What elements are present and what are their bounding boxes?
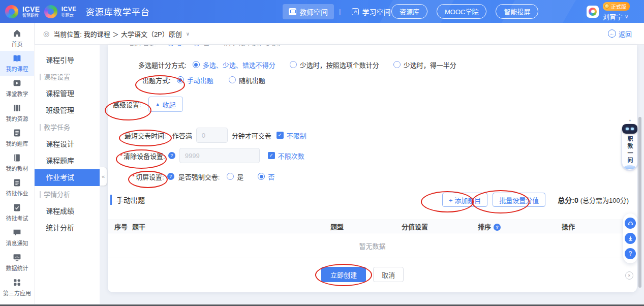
rail-item-messages[interactable]: 消息通知 bbox=[0, 225, 34, 250]
radio-selected-icon bbox=[258, 173, 265, 180]
multi-scoring-label: 多选题计分方式: bbox=[138, 60, 187, 70]
message-icon bbox=[13, 228, 21, 237]
menu-item-course-question-bank[interactable]: 课程题库 bbox=[35, 152, 100, 169]
learning-space-icon bbox=[352, 8, 359, 15]
app-header: ICVE 智慧职教 ICVE 职教云 资源库教学平台 教师空间 | 学习空间 资… bbox=[0, 0, 644, 23]
rail-item-third-party-apps[interactable]: 第三方应用 bbox=[0, 275, 34, 300]
no-count-limit-label[interactable]: 不限次数 bbox=[278, 151, 304, 161]
course-side-menu: 课程引导 课程设置 课程管理 班级管理 教学任务 课程设计 课程题库 作业考试 … bbox=[35, 45, 100, 304]
user-avatar[interactable] bbox=[587, 6, 599, 18]
home-icon bbox=[13, 29, 21, 38]
menu-item-statistical-analysis[interactable]: 统计分析 bbox=[35, 220, 100, 236]
breadcrumb-bar: ◎ 当前位置: 我的课程 ＞ 大学语文（2P）原创 ∨ ← 返回 bbox=[35, 23, 644, 45]
min-submit-suffix: 分钟才可交卷 bbox=[232, 131, 271, 140]
breadcrumb-course[interactable]: 大学语文（2P）原创 bbox=[121, 29, 182, 39]
no-limit-label[interactable]: 不限制 bbox=[287, 131, 306, 140]
menu-collapse-handle[interactable]: « bbox=[100, 167, 107, 186]
left-icon-rail: 首页 我的课程 课堂教学 我的资源 我的题库 我的教材 待批作业 待批考试 bbox=[0, 23, 35, 304]
teacher-space-icon bbox=[289, 8, 296, 15]
menu-item-homework-exam[interactable]: 作业考试 bbox=[35, 169, 100, 186]
apps-grid-icon bbox=[13, 278, 21, 287]
dock-close-button[interactable]: × bbox=[625, 271, 633, 280]
help-question-icon[interactable]: ? bbox=[167, 173, 174, 180]
row-option-shuffle-clipped: 乱序答题: 是 否 （注：限单选、多选） bbox=[130, 45, 285, 47]
course-dropdown-caret[interactable]: ∨ bbox=[186, 31, 190, 37]
back-button[interactable]: ← 返回 bbox=[608, 29, 632, 39]
question-table-header: 序号 题干 题型 分值设置 排序 ? 操作 bbox=[108, 220, 637, 233]
customer-service-icon[interactable] bbox=[625, 218, 636, 229]
device-clear-label: 清除设备设置: bbox=[124, 151, 165, 161]
download-icon[interactable] bbox=[625, 233, 636, 244]
shuffle-label: 乱序答题: bbox=[130, 45, 158, 47]
statistics-icon bbox=[13, 253, 21, 262]
no-count-limit-checkbox-checked[interactable]: ✓ bbox=[268, 152, 275, 159]
rail-item-data-statistics[interactable]: 数据统计 bbox=[0, 250, 34, 275]
table-empty-state: 暂无数据 bbox=[108, 233, 637, 258]
breadcrumb-section[interactable]: 我的课程 bbox=[84, 29, 110, 39]
menu-item-class-management[interactable]: 班级管理 bbox=[35, 102, 100, 119]
menu-item-course-grades[interactable]: 课程成绩 bbox=[35, 203, 100, 220]
rail-item-pending-exams[interactable]: 待批考试 bbox=[0, 200, 34, 225]
scrollbar-thumb[interactable] bbox=[638, 117, 641, 288]
learning-space-label: 学习空间 bbox=[362, 7, 390, 17]
rail-item-my-courses[interactable]: 我的课程 bbox=[0, 51, 34, 76]
breadcrumb-prefix: 当前位置: bbox=[53, 29, 82, 39]
shuffle-option-yes[interactable]: 是 bbox=[167, 45, 184, 47]
required-asterisk: * bbox=[132, 173, 135, 180]
row-question-mode: 出题方式: 手动出题 随机出题 bbox=[142, 74, 265, 85]
location-pin-icon: ◎ bbox=[43, 29, 49, 38]
mode-option-random[interactable]: 随机出题 bbox=[229, 75, 265, 85]
tab-learning-space[interactable]: 学习空间 bbox=[346, 4, 396, 19]
exam-create-form-card: 乱序答题: 是 否 （注：限单选、多选） 多选题计分方式: 多选、少选、错选不得… bbox=[108, 45, 637, 292]
menu-item-course-guide[interactable]: 课程引导 bbox=[35, 52, 100, 69]
row-advanced-settings: 高级设置: ▲ 收起 bbox=[113, 97, 183, 112]
sort-help-icon[interactable]: ? bbox=[494, 224, 501, 231]
radio-selected-icon bbox=[167, 45, 174, 46]
rail-item-my-textbooks[interactable]: 我的教材 bbox=[0, 150, 34, 175]
device-clear-input[interactable] bbox=[179, 148, 260, 163]
scoring-option-2[interactable]: 少选时，得一半分 bbox=[393, 60, 456, 70]
scoring-option-0[interactable]: 多选、少选、错选不得分 bbox=[193, 60, 275, 70]
no-limit-checkbox-checked[interactable]: ✓ bbox=[277, 132, 284, 139]
help-question-icon[interactable]: ? bbox=[168, 152, 175, 159]
open-book-icon bbox=[13, 54, 21, 63]
rail-item-my-question-bank[interactable]: 我的题库 bbox=[0, 126, 34, 150]
menu-item-course-management[interactable]: 课程管理 bbox=[35, 85, 100, 102]
help-icon[interactable]: ? bbox=[625, 248, 636, 259]
col-index: 序号 bbox=[114, 220, 128, 234]
scoring-option-1[interactable]: 少选时，按照选项个数计分 bbox=[290, 60, 379, 70]
exam-icon bbox=[13, 203, 21, 212]
col-score: 分值设置 bbox=[402, 220, 428, 234]
menu-section-teaching-tasks: 教学任务 bbox=[35, 119, 100, 136]
add-question-button[interactable]: + 添加题目 bbox=[442, 193, 487, 207]
logo1-sub: 智慧职教 bbox=[22, 14, 40, 18]
screen-switch-label: 切屏设置: bbox=[136, 172, 164, 181]
tab-teacher-space[interactable]: 教师空间 bbox=[283, 4, 334, 19]
batch-score-button[interactable]: 批量设置分值 bbox=[493, 193, 545, 207]
mooc-college-button[interactable]: MOOC学院 bbox=[437, 4, 486, 19]
force-submit-no[interactable]: 否 bbox=[258, 172, 274, 181]
rail-item-home[interactable]: 首页 bbox=[0, 26, 34, 51]
force-submit-yes[interactable]: 是 bbox=[227, 172, 243, 181]
wave-decor bbox=[624, 165, 635, 169]
user-menu[interactable]: 刘宵宁 ∨ bbox=[603, 12, 628, 21]
ai-assistant-widget[interactable]: 职教一问 bbox=[622, 125, 637, 170]
menu-item-course-design[interactable]: 课程设计 bbox=[35, 136, 100, 152]
textbook-icon bbox=[13, 154, 21, 162]
mode-option-manual[interactable]: 手动出题 bbox=[177, 75, 213, 85]
create-now-button[interactable]: 立即创建 bbox=[321, 267, 366, 282]
min-submit-prefix: 作答满 bbox=[172, 131, 192, 140]
cancel-button[interactable]: 取消 bbox=[373, 267, 404, 282]
collapse-advanced-button[interactable]: ▲ 收起 bbox=[148, 97, 183, 112]
smart-cast-button[interactable]: 智能投屏 bbox=[496, 4, 538, 19]
rail-item-my-resources[interactable]: 我的资源 bbox=[0, 101, 34, 126]
resource-library-button[interactable]: 资源库 bbox=[391, 4, 427, 19]
rail-item-pending-homework[interactable]: 待批作业 bbox=[0, 175, 34, 200]
min-submit-minutes-input[interactable] bbox=[196, 128, 228, 143]
robot-icon bbox=[622, 124, 637, 134]
menu-section-learning-analysis: 学情分析 bbox=[35, 186, 100, 203]
rail-item-classroom-teaching[interactable]: 课堂教学 bbox=[0, 76, 34, 101]
breadcrumb-separator: ＞ bbox=[112, 29, 119, 39]
shuffle-option-no[interactable]: 否 bbox=[193, 45, 210, 47]
user-name: 刘宵宁 bbox=[603, 12, 623, 21]
